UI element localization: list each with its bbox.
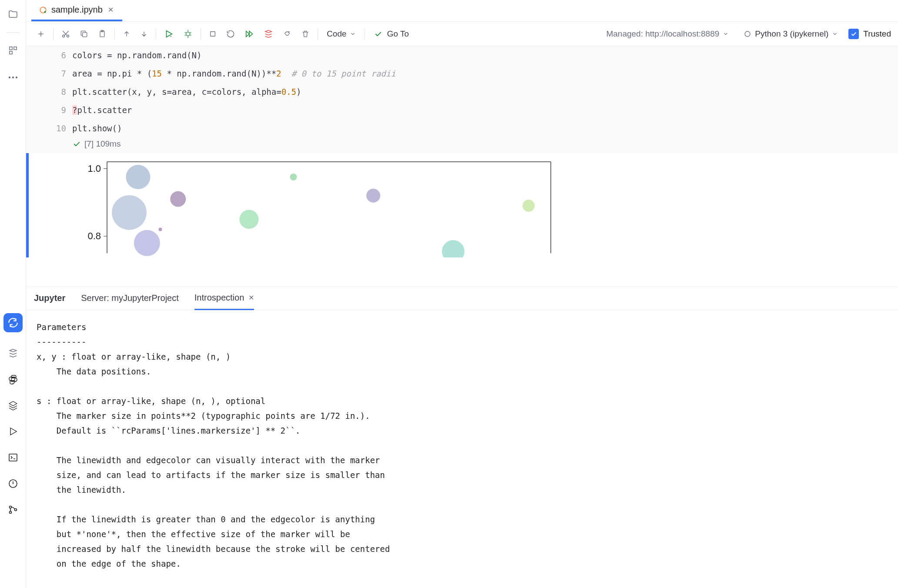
- execution-status-text: [7] 109ms: [84, 139, 121, 149]
- svg-point-13: [44, 7, 46, 9]
- run-services-icon[interactable]: [8, 426, 18, 437]
- svg-point-9: [10, 506, 12, 508]
- goto-label: Go To: [387, 29, 409, 39]
- python-icon[interactable]: [8, 374, 18, 384]
- bottom-panel: JupyterServer: myJupyterProjectIntrospec…: [26, 286, 898, 588]
- svg-point-37: [158, 228, 162, 231]
- svg-point-39: [239, 210, 258, 229]
- svg-point-14: [44, 11, 46, 13]
- structure-icon[interactable]: [7, 44, 20, 57]
- svg-point-21: [186, 32, 190, 36]
- scatter-plot: 0.81.0: [72, 157, 560, 257]
- file-tab-label: sample.ipynb: [51, 5, 103, 15]
- file-tab-sample[interactable]: sample.ipynb ✕: [31, 0, 122, 21]
- bottom-panel-tabs: JupyterServer: myJupyterProjectIntrospec…: [26, 287, 898, 310]
- bottom-tab-server-myjupyterproject[interactable]: Server: myJupyterProject: [81, 287, 179, 309]
- clear-output-button[interactable]: [279, 27, 295, 41]
- close-tab-icon[interactable]: ✕: [107, 6, 114, 14]
- svg-rect-7: [9, 454, 17, 461]
- trusted-label: Trusted: [863, 29, 891, 39]
- editor-tabs: sample.ipynb ✕: [26, 0, 898, 22]
- svg-point-38: [170, 191, 186, 207]
- svg-point-42: [523, 200, 535, 212]
- project-icon[interactable]: [7, 8, 20, 21]
- goto-button[interactable]: Go To: [369, 29, 413, 39]
- svg-point-4: [12, 77, 13, 78]
- move-up-button[interactable]: [119, 27, 134, 40]
- svg-rect-0: [9, 47, 12, 50]
- trusted-check-icon: [848, 29, 859, 39]
- sync-icon[interactable]: [3, 313, 23, 332]
- chevron-down-icon: [832, 31, 838, 37]
- svg-point-36: [134, 230, 160, 256]
- add-cell-button[interactable]: [33, 27, 49, 41]
- svg-marker-6: [10, 428, 17, 435]
- debug-cell-button[interactable]: [180, 27, 196, 41]
- svg-rect-2: [9, 51, 12, 54]
- svg-point-10: [10, 511, 12, 514]
- bottom-tab-introspection[interactable]: Introspection✕: [194, 287, 255, 310]
- svg-point-15: [63, 35, 65, 37]
- trusted-toggle[interactable]: Trusted: [848, 29, 891, 39]
- cell-type-label: Code: [327, 29, 346, 39]
- paste-button[interactable]: [94, 27, 110, 41]
- svg-marker-23: [246, 31, 249, 37]
- main-column: sample.ipynb ✕ Code Go To: [26, 0, 898, 588]
- plot-output: 0.81.0: [26, 153, 898, 257]
- svg-point-5: [15, 77, 17, 78]
- code-editor[interactable]: colors = np.random.rand(N)area = np.pi *…: [72, 46, 405, 137]
- svg-point-16: [67, 35, 69, 37]
- introspection-content[interactable]: Parameters ---------- x, y : float or ar…: [26, 310, 898, 588]
- check-icon: [374, 30, 382, 38]
- svg-point-3: [8, 77, 10, 78]
- chevron-down-icon: [350, 31, 356, 37]
- kernel-status-icon: [744, 30, 751, 38]
- git-icon[interactable]: [8, 504, 18, 515]
- execution-status: [7] 109ms: [26, 137, 898, 153]
- managed-server-selector[interactable]: Managed: http://localhost:8889: [602, 29, 733, 39]
- svg-point-34: [126, 165, 150, 189]
- svg-point-25: [288, 31, 290, 32]
- more-icon[interactable]: [7, 71, 20, 84]
- database-icon[interactable]: [8, 348, 18, 358]
- kernel-label: Python 3 (ipykernel): [755, 29, 828, 39]
- svg-point-40: [290, 174, 297, 180]
- chevron-down-icon: [723, 31, 729, 37]
- run-all-button[interactable]: [241, 27, 258, 41]
- svg-rect-22: [211, 31, 215, 36]
- check-icon: [72, 140, 81, 148]
- delete-cell-button[interactable]: [298, 27, 313, 41]
- interrupt-button[interactable]: [205, 27, 220, 40]
- layers-icon[interactable]: [8, 400, 18, 411]
- copy-button[interactable]: [76, 27, 92, 41]
- svg-point-41: [366, 189, 380, 203]
- svg-point-35: [112, 195, 147, 230]
- jupyter-file-icon: [39, 6, 47, 14]
- svg-text:0.8: 0.8: [87, 231, 101, 241]
- run-cell-button[interactable]: [161, 27, 177, 41]
- line-gutter: 678910: [46, 46, 72, 137]
- code-cell[interactable]: 678910 colors = np.random.rand(N)area = …: [26, 46, 898, 137]
- terminal-icon[interactable]: [8, 452, 18, 463]
- variables-button[interactable]: [260, 27, 277, 41]
- svg-text:1.0: 1.0: [87, 163, 101, 174]
- restart-button[interactable]: [223, 27, 238, 41]
- svg-rect-1: [13, 47, 16, 50]
- cell-type-selector[interactable]: Code: [322, 29, 360, 39]
- svg-point-43: [442, 240, 465, 257]
- svg-point-26: [745, 31, 750, 37]
- svg-rect-17: [83, 32, 87, 37]
- kernel-selector[interactable]: Python 3 (ipykernel): [739, 29, 842, 39]
- managed-label: Managed: http://localhost:8889: [606, 29, 719, 39]
- move-down-button[interactable]: [137, 27, 151, 40]
- bottom-tab-jupyter[interactable]: Jupyter: [34, 287, 65, 309]
- problems-icon[interactable]: [8, 478, 18, 489]
- notebook-toolbar: Code Go To Managed: http://localhost:888…: [26, 22, 898, 46]
- close-icon[interactable]: ✕: [248, 294, 254, 302]
- cut-button[interactable]: [58, 27, 74, 41]
